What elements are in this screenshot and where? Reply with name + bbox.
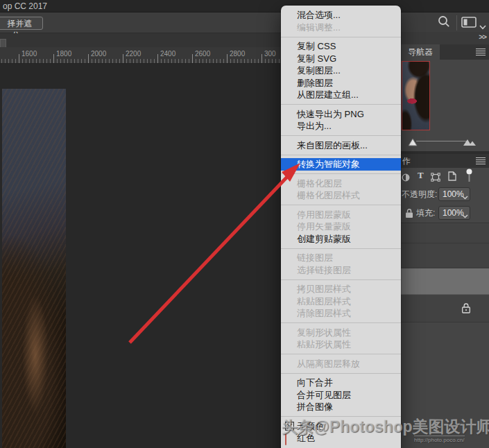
menu-item[interactable]: 创建剪贴蒙版 bbox=[281, 233, 401, 245]
fill-label: 填充: bbox=[416, 205, 435, 221]
menu-item-label: 无颜色 bbox=[297, 421, 324, 431]
menu-item[interactable]: 来自图层的画板... bbox=[281, 139, 401, 152]
menu-item[interactable]: 混合选项... bbox=[281, 9, 401, 21]
menu-item-label: 编辑调整... bbox=[297, 22, 341, 33]
ruler-label: 2200 bbox=[126, 50, 141, 58]
menu-item: 栅格化图层 bbox=[281, 178, 401, 190]
menu-item[interactable]: 红色 bbox=[281, 432, 401, 445]
menu-item-label: 栅格化图层样式 bbox=[297, 190, 360, 200]
navigator-tab-bar: 导航器 bbox=[401, 44, 489, 60]
menu-item-label: 从隔离图层释放 bbox=[297, 359, 360, 369]
layer-row[interactable] bbox=[401, 224, 489, 243]
menu-item-label: 创建剪贴蒙版 bbox=[297, 234, 351, 244]
layers-list bbox=[401, 224, 489, 448]
layer-row-selected[interactable] bbox=[401, 268, 489, 295]
navigator-panel bbox=[401, 60, 489, 151]
menu-separator bbox=[281, 354, 401, 354]
filter-pin-icon[interactable] bbox=[466, 169, 472, 187]
menu-item-label: 停用矢量蒙版 bbox=[297, 221, 351, 232]
menu-item[interactable]: 快速导出为 PNG bbox=[281, 108, 401, 121]
opacity-row: 不透明度: 100% bbox=[401, 186, 489, 205]
window-title-bar: op CC 2017 bbox=[0, 0, 489, 12]
menu-item[interactable]: 删除图层 bbox=[281, 77, 401, 89]
zoom-slider-track[interactable] bbox=[416, 141, 468, 141]
navigator-zoom-slider[interactable] bbox=[401, 135, 489, 147]
menu-item: 停用矢量蒙版 bbox=[281, 221, 401, 233]
menu-separator bbox=[281, 373, 401, 374]
menu-item[interactable]: 无颜色 bbox=[281, 420, 401, 433]
menu-item[interactable]: 拼合图像 bbox=[281, 401, 401, 413]
menu-item-label: 粘贴图层样式 bbox=[297, 296, 351, 307]
toolbar-divider bbox=[456, 15, 457, 31]
menu-item-label: 粘贴形状属性 bbox=[297, 339, 351, 350]
menu-separator bbox=[281, 155, 401, 155]
menu-item-label: 来自图层的画板... bbox=[297, 140, 368, 150]
menu-item-label: 复制图层... bbox=[297, 65, 341, 76]
menu-item[interactable]: 复制 SVG bbox=[281, 53, 401, 65]
chevron-down-icon[interactable] bbox=[462, 211, 468, 221]
zoom-slider-thumb[interactable] bbox=[408, 137, 418, 149]
menu-separator bbox=[281, 37, 401, 37]
layer-context-menu: 混合选项...编辑调整...复制 CSS复制 SVG复制图层...删除图层从图层… bbox=[281, 6, 401, 448]
ruler-label: 1600 bbox=[22, 50, 37, 58]
select-and-mask-button[interactable]: 择并遮住... bbox=[0, 17, 43, 30]
chevron-down-icon[interactable] bbox=[479, 20, 486, 33]
zoom-in-mountain-icon[interactable] bbox=[463, 137, 477, 149]
tab-actions-partial[interactable]: 作 bbox=[402, 154, 411, 168]
menu-item-label: 转换为智能对象 bbox=[297, 159, 360, 169]
menu-item: 粘贴图层样式 bbox=[281, 295, 401, 308]
menu-item[interactable]: 复制 CSS bbox=[281, 40, 401, 53]
layer-row[interactable] bbox=[401, 243, 489, 268]
menu-item-label: 复制形状属性 bbox=[297, 327, 351, 338]
menu-separator bbox=[281, 248, 401, 249]
menu-separator bbox=[281, 416, 401, 417]
shape-filter-icon[interactable] bbox=[431, 172, 440, 184]
ruler-label: 2400 bbox=[160, 50, 175, 58]
type-filter-icon[interactable]: T bbox=[418, 170, 424, 181]
menu-item-label: 链接图层 bbox=[297, 252, 333, 263]
menu-separator bbox=[281, 279, 401, 280]
menu-item: 拷贝图层样式 bbox=[281, 283, 401, 295]
panel-menu-icon[interactable] bbox=[476, 157, 486, 164]
fill-value-box[interactable]: 100% bbox=[438, 206, 470, 220]
menu-item-label: 合并可见图层 bbox=[297, 390, 351, 400]
ruler-label: 300 bbox=[264, 50, 276, 58]
ruler-label: 2000 bbox=[91, 50, 106, 58]
tab-navigator[interactable]: 导航器 bbox=[401, 44, 440, 60]
menu-item: 选择链接图层 bbox=[281, 264, 401, 277]
menu-item[interactable]: 导出为... bbox=[281, 120, 401, 132]
adjustment-filter-icon[interactable] bbox=[402, 172, 410, 184]
menu-separator bbox=[281, 104, 401, 105]
photo-hair-image[interactable] bbox=[2, 89, 66, 448]
layer-row-background[interactable] bbox=[401, 295, 489, 322]
panel-menu-icon[interactable] bbox=[476, 49, 486, 55]
fill-row: 填充: 100% bbox=[401, 205, 489, 223]
search-icon[interactable] bbox=[437, 15, 451, 31]
lock-icon[interactable] bbox=[405, 208, 413, 221]
menu-item-label: 删除图层 bbox=[297, 78, 333, 88]
menu-item[interactable]: 合并可见图层 bbox=[281, 389, 401, 402]
navigator-thumbnail[interactable] bbox=[402, 61, 430, 130]
opacity-label: 不透明度: bbox=[402, 186, 437, 203]
layer-lock-icon[interactable] bbox=[461, 302, 471, 316]
menu-item[interactable]: 复制图层... bbox=[281, 64, 401, 77]
layer-filter-row: T bbox=[401, 168, 489, 186]
menu-item[interactable]: 从图层建立组... bbox=[281, 89, 401, 101]
opacity-value: 100% bbox=[443, 188, 464, 200]
no-color-icon bbox=[285, 422, 294, 431]
menu-item[interactable]: 向下合并 bbox=[281, 377, 401, 389]
menu-item[interactable]: 转换为智能对象 bbox=[281, 158, 401, 171]
menu-separator bbox=[281, 322, 401, 323]
opacity-value-box[interactable]: 100% bbox=[438, 187, 470, 201]
collapse-panels-icon[interactable]: >> bbox=[479, 33, 486, 41]
menu-item-label: 快速导出为 PNG bbox=[297, 109, 364, 119]
ruler-label: 2600 bbox=[195, 50, 210, 58]
menu-item: 清除图层样式 bbox=[281, 307, 401, 320]
menu-item-label: 栅格化图层 bbox=[297, 178, 342, 189]
chevron-down-icon[interactable] bbox=[462, 192, 468, 202]
workspace-switcher-icon[interactable] bbox=[461, 17, 477, 31]
smart-object-filter-icon[interactable] bbox=[448, 171, 456, 184]
menu-item: 粘贴形状属性 bbox=[281, 338, 401, 351]
ruler-label: 1800 bbox=[56, 50, 71, 58]
menu-item-label: 从图层建立组... bbox=[297, 89, 359, 100]
